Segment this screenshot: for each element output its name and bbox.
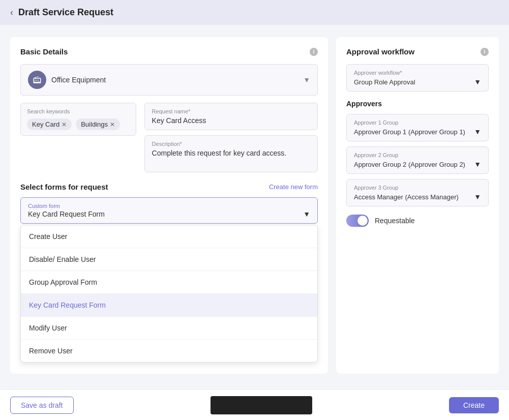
description-field[interactable]: Complete this request for key card acces… <box>152 149 310 165</box>
approver2-select[interactable]: Approver 2 Group Approver Group 2 (Appro… <box>346 146 489 174</box>
request-name-label: Request name* <box>152 108 310 114</box>
approver-workflow-header: Group Role Approval ▼ <box>354 78 481 86</box>
left-panel: Basic Details i Office Equipment ▼ Searc… <box>10 37 328 374</box>
approver1-value: Approver Group 1 (Approver Group 1) <box>354 128 465 136</box>
approver2-chevron-icon: ▼ <box>474 160 481 168</box>
approver-workflow-label: Approver workflow* <box>354 70 481 76</box>
approver3-select[interactable]: Approver 3 Group Access Manager (Access … <box>346 179 489 206</box>
form-row-main: Search keywords Key Card ✕ Buildings ✕ <box>20 103 318 172</box>
approval-info-icon[interactable]: i <box>481 48 489 56</box>
form-custom-select[interactable]: Custom form Key Card Request Form ▼ <box>20 197 318 224</box>
main-content: Basic Details i Office Equipment ▼ Searc… <box>0 25 509 386</box>
approver2-header: Approver Group 2 (Approver Group 2) ▼ <box>354 160 481 168</box>
approver3-header: Access Manager (Access Manager) ▼ <box>354 193 481 201</box>
approver1-label: Approver 1 Group <box>354 119 481 126</box>
dropdown-item-create-user[interactable]: Create User <box>21 225 317 248</box>
approver3-chevron-icon: ▼ <box>474 193 481 201</box>
keywords-tags: Key Card ✕ Buildings ✕ <box>27 118 130 130</box>
forms-header: Select forms for request Create new form <box>20 183 318 191</box>
dropdown-item-disable-user[interactable]: Disable/ Enable User <box>21 248 317 271</box>
form-select-wrapper: Custom form Key Card Request Form ▼ Crea… <box>20 197 318 224</box>
form-select-chevron-icon: ▼ <box>303 210 310 218</box>
approver2-label: Approver 2 Group <box>354 152 481 158</box>
header: ‹ Draft Service Request <box>0 0 509 25</box>
tag-keycard: Key Card ✕ <box>27 118 72 130</box>
approver3-label: Approver 3 Group <box>354 185 481 191</box>
approver1-select[interactable]: Approver 1 Group Approver Group 1 (Appro… <box>346 114 489 141</box>
approver-workflow-value: Group Role Approval <box>354 78 415 86</box>
form-dropdown-menu: Create User Disable/ Enable User Group A… <box>20 225 318 363</box>
dropdown-item-remove-user[interactable]: Remove User <box>21 340 317 362</box>
approver1-chevron-icon: ▼ <box>474 128 481 136</box>
approver3-value: Access Manager (Access Manager) <box>354 193 459 201</box>
back-button[interactable]: ‹ <box>10 7 13 18</box>
approver-workflow-chevron-icon: ▼ <box>474 78 481 86</box>
category-select[interactable]: Office Equipment ▼ <box>20 64 318 96</box>
requestable-toggle[interactable] <box>346 215 369 227</box>
category-label: Office Equipment <box>51 76 298 84</box>
dropdown-item-modify-user[interactable]: Modify User <box>21 317 317 340</box>
tag-keycard-text: Key Card <box>32 121 59 128</box>
toggle-knob <box>357 216 368 226</box>
page-title: Draft Service Request <box>18 7 113 18</box>
requestable-row: Requestable <box>346 215 489 227</box>
request-name-field[interactable] <box>152 116 310 125</box>
forms-section: Select forms for request Create new form… <box>20 183 318 224</box>
category-icon <box>28 71 46 89</box>
description-input: Description* Complete this request for k… <box>144 135 318 172</box>
basic-details-title: Basic Details i <box>20 47 318 56</box>
dropdown-item-keycard-form[interactable]: Key Card Request Form <box>21 294 317 317</box>
keywords-label: Search keywords <box>27 108 130 114</box>
tag-keycard-remove[interactable]: ✕ <box>62 121 67 128</box>
approval-workflow-title: Approval workflow i <box>346 47 489 56</box>
tag-buildings: Buildings ✕ <box>76 118 120 130</box>
right-panel: Approval workflow i Approver workflow* G… <box>336 37 499 374</box>
form-select-label: Custom form <box>28 203 310 209</box>
requestable-label: Requestable <box>375 217 415 225</box>
request-name-input: Request name* <box>144 103 318 130</box>
forms-section-title: Select forms for request <box>20 183 108 191</box>
approver2-value: Approver Group 2 (Approver Group 2) <box>354 161 465 168</box>
approver1-header: Approver Group 1 (Approver Group 1) ▼ <box>354 128 481 136</box>
form-select-value: Key Card Request Form ▼ <box>28 210 310 218</box>
description-label: Description* <box>152 141 310 147</box>
approver-workflow-select[interactable]: Approver workflow* Group Role Approval ▼ <box>346 64 489 92</box>
category-chevron-icon: ▼ <box>303 76 310 84</box>
tag-buildings-remove[interactable]: ✕ <box>110 121 115 128</box>
create-new-form-link[interactable]: Create new form <box>269 183 318 191</box>
keywords-group: Search keywords Key Card ✕ Buildings ✕ <box>20 103 136 172</box>
basic-details-info-icon[interactable]: i <box>310 48 318 56</box>
name-desc-group: Request name* Description* Complete this… <box>144 103 318 172</box>
tag-buildings-text: Buildings <box>81 121 108 128</box>
keywords-box: Search keywords Key Card ✕ Buildings ✕ <box>20 103 136 136</box>
dropdown-item-group-approval[interactable]: Group Approval Form <box>21 271 317 294</box>
approvers-section-title: Approvers <box>346 100 489 108</box>
